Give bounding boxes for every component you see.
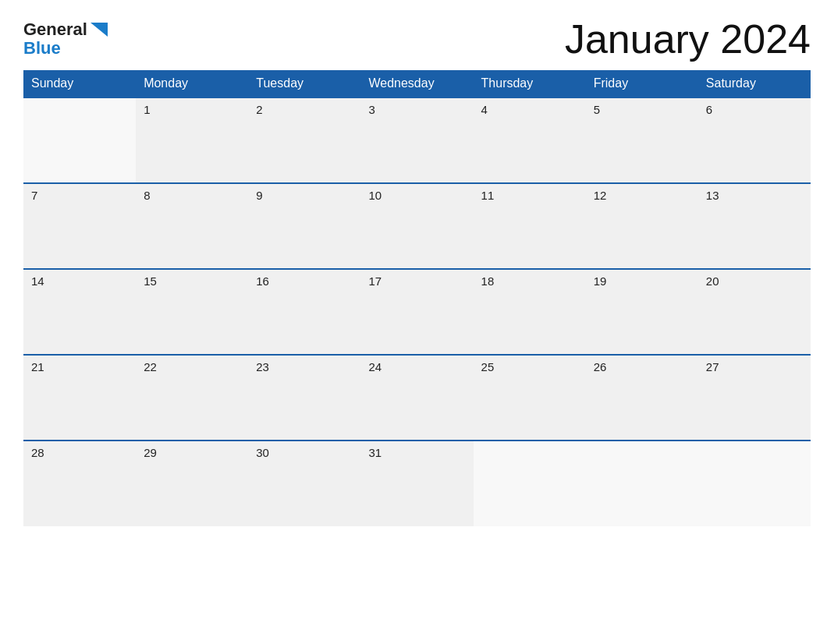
day-number: 5: [594, 103, 600, 116]
day-number: 4: [481, 103, 488, 116]
calendar-cell: 22: [136, 355, 248, 441]
header-tuesday: Tuesday: [248, 70, 360, 97]
day-number: 10: [368, 189, 382, 202]
day-number: 20: [706, 274, 719, 288]
day-number: 18: [481, 274, 495, 288]
page: General Blue January 2024 Sunday Monday …: [0, 0, 834, 644]
day-number: 19: [594, 274, 607, 288]
calendar-cell: 5: [586, 97, 698, 183]
day-number: 14: [31, 274, 44, 288]
calendar-cell: [474, 441, 586, 526]
calendar-cell: 18: [474, 269, 586, 355]
calendar-body: 1234567891011121314151617181920212223242…: [23, 97, 811, 526]
day-number: 12: [594, 189, 607, 202]
day-number: 23: [256, 360, 269, 373]
day-number: 16: [256, 274, 269, 288]
header-thursday: Thursday: [474, 70, 586, 97]
calendar-cell: 6: [698, 97, 811, 183]
calendar-cell: [586, 441, 698, 526]
svg-marker-0: [90, 23, 108, 37]
calendar-cell: [698, 441, 811, 526]
calendar-cell: 31: [360, 441, 473, 526]
day-number: 11: [481, 189, 495, 202]
header: General Blue January 2024: [23, 16, 811, 62]
logo-blue-text: Blue: [23, 38, 61, 58]
calendar-cell: 25: [474, 355, 586, 441]
calendar-week-3: 14151617181920: [23, 269, 811, 355]
calendar-cell: 26: [586, 355, 698, 441]
day-number: 21: [31, 360, 44, 373]
month-title: January 2024: [565, 16, 811, 62]
calendar-cell: 24: [360, 355, 473, 441]
day-number: 2: [256, 103, 262, 116]
header-saturday: Saturday: [698, 70, 811, 97]
logo-general-text: General: [23, 20, 87, 39]
calendar-cell: 21: [23, 355, 136, 441]
day-number: 6: [706, 103, 712, 116]
calendar-cell: 17: [360, 269, 473, 355]
calendar-cell: 16: [248, 269, 360, 355]
calendar-week-5: 28293031: [23, 441, 811, 526]
calendar-cell: 19: [586, 269, 698, 355]
day-number: 1: [144, 103, 150, 116]
calendar-cell: 15: [136, 269, 248, 355]
calendar-cell: [23, 97, 136, 183]
calendar-cell: 30: [248, 441, 360, 526]
calendar-cell: 10: [360, 183, 473, 269]
calendar-cell: 1: [136, 97, 248, 183]
calendar-cell: 20: [698, 269, 811, 355]
day-number: 8: [144, 189, 150, 202]
header-friday: Friday: [586, 70, 698, 97]
calendar-cell: 7: [23, 183, 136, 269]
calendar-week-4: 21222324252627: [23, 355, 811, 441]
day-number: 31: [368, 446, 382, 459]
calendar-cell: 3: [360, 97, 473, 183]
calendar-cell: 29: [136, 441, 248, 526]
header-wednesday: Wednesday: [360, 70, 473, 97]
day-number: 9: [256, 189, 262, 202]
header-row: Sunday Monday Tuesday Wednesday Thursday…: [23, 70, 811, 97]
calendar-cell: 9: [248, 183, 360, 269]
day-number: 24: [368, 360, 382, 373]
day-number: 22: [144, 360, 157, 373]
calendar-cell: 4: [474, 97, 586, 183]
day-number: 17: [368, 274, 382, 288]
day-number: 27: [706, 360, 719, 373]
calendar-cell: 28: [23, 441, 136, 526]
calendar-cell: 13: [698, 183, 811, 269]
calendar-cell: 11: [474, 183, 586, 269]
day-number: 30: [256, 446, 269, 459]
day-number: 15: [144, 274, 157, 288]
calendar-cell: 27: [698, 355, 811, 441]
calendar-cell: 2: [248, 97, 360, 183]
day-number: 7: [31, 189, 37, 202]
day-number: 25: [481, 360, 495, 373]
calendar-cell: 8: [136, 183, 248, 269]
logo-triangle-icon: [90, 23, 108, 37]
calendar-cell: 23: [248, 355, 360, 441]
header-sunday: Sunday: [23, 70, 136, 97]
day-number: 3: [368, 103, 374, 116]
calendar-cell: 14: [23, 269, 136, 355]
day-number: 29: [144, 446, 157, 459]
day-number: 26: [594, 360, 607, 373]
day-number: 13: [706, 189, 719, 202]
calendar-header: Sunday Monday Tuesday Wednesday Thursday…: [23, 70, 811, 97]
calendar-week-2: 78910111213: [23, 183, 811, 269]
header-monday: Monday: [136, 70, 248, 97]
calendar-week-1: 123456: [23, 97, 811, 183]
calendar-cell: 12: [586, 183, 698, 269]
day-number: 28: [31, 446, 44, 459]
logo: General Blue: [23, 20, 108, 58]
calendar: Sunday Monday Tuesday Wednesday Thursday…: [23, 70, 811, 526]
